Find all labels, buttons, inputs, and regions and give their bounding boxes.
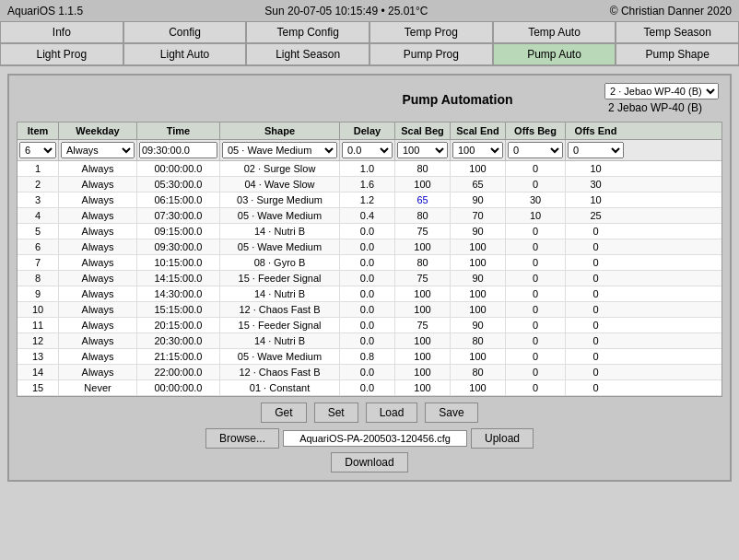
control-row[interactable]: 123456789101112131415AlwaysNeverMonTueWe… [18,140,721,161]
filename: AquariOS-PA-200503-120456.cfg [283,430,467,447]
offs-end-select[interactable]: 0102530 [568,142,624,158]
cell-delay: 0.0 [340,333,395,348]
cell-offs-beg: 0 [506,380,566,395]
cell-item: 7 [18,255,59,270]
scal-end-select[interactable]: 65708090100 [452,142,503,158]
cell-scal-end: 100 [451,161,506,176]
cell-scal-end: 90 [451,192,506,207]
cell-delay: 0.8 [340,349,395,364]
main-content: Pump Automation 2 · Jebao WP-40 (B)1 · J… [7,74,732,482]
copyright: © Christian Danner 2020 [610,5,732,18]
nav-btn-pump-prog[interactable]: Pump Prog [370,44,493,65]
browse-button[interactable]: Browse... [205,428,279,449]
scal-end-control[interactable]: 65708090100 [451,140,506,160]
delay-control[interactable]: 0.00.40.81.01.21.6 [340,140,395,160]
cell-shape: 05 · Wave Medium [220,208,340,223]
shape-control[interactable]: 01 · Constant02 · Surge Slow03 · Surge M… [220,140,340,160]
cell-time: 05:30:00.0 [137,177,220,192]
nav-btn-pump-auto[interactable]: Pump Auto [493,44,616,65]
upload-button[interactable]: Upload [471,428,534,449]
nav-btn-info[interactable]: Info [0,22,123,43]
set-button[interactable]: Set [314,402,358,423]
nav-btn-temp-auto[interactable]: Temp Auto [493,22,616,43]
item-control[interactable]: 123456789101112131415 [18,140,59,160]
col-header-scal-end: Scal End [451,122,506,139]
separator: • [381,5,388,18]
cell-offs-beg: 0 [506,239,566,254]
cell-weekday: Always [59,302,137,317]
nav-btn-temp-config[interactable]: Temp Config [246,22,370,43]
cell-scal-end: 100 [451,302,506,317]
table-row: 12Always20:30:00.014 · Nutri B0.01008000 [18,333,721,349]
cell-scal-end: 100 [451,239,506,254]
datetime-temp: Sun 20-07-05 10:15:49 • 25.01°C [264,5,428,18]
cell-scal-end: 65 [451,177,506,192]
cell-shape: 05 · Wave Medium [220,349,340,364]
cell-time: 22:00:00.0 [137,365,220,379]
cell-time: 20:30:00.0 [137,333,220,348]
cell-delay: 0.0 [340,318,395,332]
cell-scal-beg: 100 [395,380,451,395]
cell-shape: 03 · Surge Medium [220,192,340,207]
offs-end-control[interactable]: 0102530 [566,140,626,160]
scal-beg-select[interactable]: 657580100 [397,142,448,158]
cell-item: 10 [18,302,59,317]
cell-delay: 0.0 [340,380,395,395]
cell-item: 3 [18,192,59,207]
cell-offs-beg: 0 [506,255,566,270]
cell-scal-beg: 100 [395,286,451,301]
title-bar: AquariOS 1.1.5 Sun 20-07-05 10:15:49 • 2… [0,0,739,22]
cell-delay: 1.6 [340,177,395,192]
col-header-scal-beg: Scal Beg [395,122,451,139]
delay-select[interactable]: 0.00.40.81.01.21.6 [342,142,393,158]
nav-btn-light-prog[interactable]: Light Prog [0,44,123,65]
weekday-control[interactable]: AlwaysNeverMonTueWedThuFriSatSun [59,140,137,160]
time-input[interactable] [139,142,217,158]
cell-time: 09:15:00.0 [137,224,220,239]
cell-scal-beg: 75 [395,318,451,332]
cell-delay: 0.0 [340,224,395,239]
cell-scal-end: 100 [451,380,506,395]
cell-item: 11 [18,318,59,332]
cell-shape: 08 · Gyro B [220,255,340,270]
cell-item: 14 [18,365,59,379]
cell-weekday: Always [59,192,137,207]
temperature: 25.01°C [388,5,428,18]
get-button[interactable]: Get [261,402,306,423]
offs-beg-control[interactable]: 01030 [506,140,566,160]
automation-table: ItemWeekdayTimeShapeDelayScal BegScal En… [17,122,722,397]
nav-btn-config[interactable]: Config [123,22,247,43]
cell-item: 8 [18,271,59,286]
shape-select[interactable]: 01 · Constant02 · Surge Slow03 · Surge M… [222,142,337,158]
item-select[interactable]: 123456789101112131415 [19,142,56,158]
cell-time: 07:30:00.0 [137,208,220,223]
time-control[interactable] [137,140,220,160]
download-button[interactable]: Download [331,452,407,472]
cell-scal-end: 90 [451,224,506,239]
cell-offs-end: 0 [566,365,626,379]
cell-item: 5 [18,224,59,239]
cell-shape: 04 · Wave Slow [220,177,340,192]
table-row: 11Always20:15:00.015 · Feeder Signal0.07… [18,318,721,333]
nav-btn-pump-shape[interactable]: Pump Shape [616,44,739,65]
offs-beg-select[interactable]: 01030 [508,142,563,158]
save-button[interactable]: Save [425,402,477,423]
cell-shape: 14 · Nutri B [220,333,340,348]
nav-btn-light-auto[interactable]: Light Auto [123,44,247,65]
nav-btn-light-season[interactable]: Light Season [246,44,370,65]
cell-weekday: Never [59,380,137,395]
cell-time: 20:15:00.0 [137,318,220,332]
load-button[interactable]: Load [366,402,418,423]
cell-delay: 0.0 [340,302,395,317]
table-body: 1Always00:00:00.002 · Surge Slow1.080100… [18,161,721,396]
cell-scal-beg: 80 [395,208,451,223]
table-header: ItemWeekdayTimeShapeDelayScal BegScal En… [18,122,721,140]
weekday-select[interactable]: AlwaysNeverMonTueWedThuFriSatSun [61,142,135,158]
cell-scal-beg: 100 [395,365,451,379]
cell-item: 1 [18,161,59,176]
nav-btn-temp-prog[interactable]: Temp Prog [370,22,493,43]
pump-dropdown[interactable]: 2 · Jebao WP-40 (B)1 · Jebao WP-40 (A) [604,83,719,99]
cell-scal-beg: 100 [395,349,451,364]
nav-btn-temp-season[interactable]: Temp Season [616,22,739,43]
scal-beg-control[interactable]: 657580100 [395,140,451,160]
